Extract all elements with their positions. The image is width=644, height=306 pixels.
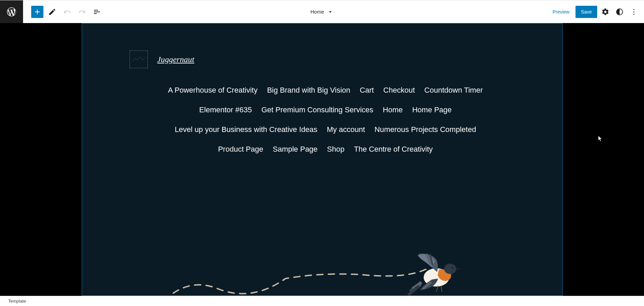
chevron-down-icon — [327, 8, 334, 15]
add-block-button[interactable] — [31, 6, 43, 18]
nav-item[interactable]: Big Brand with Big Vision — [267, 86, 350, 95]
undo-icon — [63, 8, 71, 16]
nav-item[interactable]: Home Page — [412, 106, 451, 114]
nav-item[interactable]: Shop — [327, 145, 344, 154]
undo-button[interactable] — [61, 6, 73, 18]
nav-item[interactable]: Elementor #635 — [199, 106, 252, 114]
settings-button[interactable] — [599, 6, 611, 18]
nav-item[interactable]: Product Page — [218, 145, 263, 154]
bird-illustration — [403, 251, 464, 296]
preview-button[interactable]: Preview — [548, 6, 573, 17]
svg-point-1 — [633, 11, 634, 12]
save-button[interactable]: Save — [575, 6, 597, 18]
more-vertical-icon — [630, 8, 638, 16]
wordpress-logo[interactable] — [0, 0, 23, 23]
site-title[interactable]: Juggernaut — [157, 55, 194, 64]
nav-item[interactable]: Home — [383, 106, 403, 114]
document-overview-button[interactable] — [91, 6, 103, 18]
template-name-label: Home — [310, 9, 324, 15]
options-button[interactable] — [628, 6, 640, 18]
styles-button[interactable] — [613, 6, 626, 18]
nav-item[interactable]: A Powerhouse of Creativity — [168, 86, 257, 95]
nav-item[interactable]: Countdown Timer — [424, 86, 483, 95]
toolbar-right-group: Preview Save — [548, 6, 644, 18]
nav-item[interactable]: Sample Page — [273, 145, 317, 154]
gear-icon — [601, 8, 609, 16]
dashed-path-decoration — [157, 255, 428, 296]
redo-button[interactable] — [76, 6, 88, 18]
edit-icon — [48, 8, 56, 16]
nav-item[interactable]: Checkout — [383, 86, 415, 95]
editor-canvas[interactable]: Juggernaut A Powerhouse of Creativity Bi… — [0, 23, 644, 296]
redo-icon — [78, 8, 86, 16]
image-placeholder-icon — [132, 56, 145, 62]
svg-line-7 — [441, 286, 442, 292]
nav-item[interactable]: Level up your Business with Creative Ide… — [175, 125, 317, 134]
logo-row: Juggernaut — [130, 51, 515, 68]
list-view-icon — [93, 8, 101, 16]
plus-icon — [33, 8, 41, 16]
toolbar-left-group — [23, 6, 103, 18]
tools-button[interactable] — [46, 6, 58, 18]
styles-icon — [616, 8, 624, 16]
nav-item[interactable]: Cart — [360, 86, 374, 95]
hero-image-block[interactable] — [82, 221, 562, 296]
wordpress-icon — [6, 6, 17, 17]
editor-top-toolbar: Home Preview Save — [0, 0, 644, 23]
nav-item[interactable]: My account — [327, 125, 365, 134]
site-header-block[interactable]: Juggernaut A Powerhouse of Creativity Bi… — [82, 23, 562, 154]
svg-point-0 — [633, 9, 634, 10]
canvas-selected-outline[interactable]: Juggernaut A Powerhouse of Creativity Bi… — [82, 23, 563, 296]
navigation-menu[interactable]: A Powerhouse of Creativity Big Brand wit… — [130, 86, 515, 154]
nav-item[interactable]: Numerous Projects Completed — [374, 125, 476, 134]
nav-item[interactable]: The Centre of Creativity — [354, 145, 433, 154]
nav-item[interactable]: Get Premium Consulting Services — [261, 106, 373, 114]
site-logo-placeholder[interactable] — [130, 51, 148, 68]
bottom-breadcrumb-bar: Template — [0, 296, 644, 306]
template-selector[interactable]: Home — [310, 8, 333, 15]
breadcrumb-label[interactable]: Template — [8, 299, 26, 304]
svg-line-6 — [436, 286, 438, 292]
svg-point-2 — [633, 14, 634, 15]
